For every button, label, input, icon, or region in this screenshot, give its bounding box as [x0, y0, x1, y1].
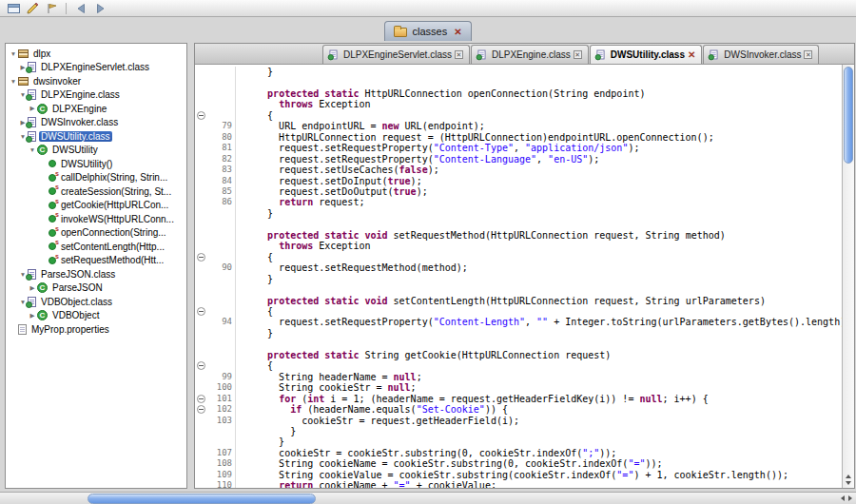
- code-editor[interactable]: } protected static HttpURLConnection ope…: [195, 65, 842, 488]
- line-number: 110: [207, 480, 236, 488]
- static-method-icon: [49, 257, 56, 264]
- code-line: 90 request.setRequestMethod(method);: [195, 262, 842, 273]
- code-text: {: [236, 252, 273, 262]
- tree-item-dlpxengineservlet-class[interactable]: ▶DLPXEngineServlet.class: [6, 61, 186, 75]
- tree-item-calldelphix-string-strin[interactable]: callDelphix(String, Strin...: [6, 171, 186, 185]
- tree-item-parsejson[interactable]: ▶ParseJSON: [6, 281, 186, 296]
- class-file-icon: [28, 269, 36, 280]
- fold-gutter: [195, 143, 207, 153]
- tree-item-invokews-httpurlconn[interactable]: invokeWS(HttpURLConn...: [6, 212, 186, 226]
- tree-item-openconnection-string[interactable]: openConnection(String...: [6, 226, 186, 241]
- window-icon[interactable]: [5, 1, 22, 15]
- ide-window: classes ✕ ▼dlpx▶DLPXEngineServlet.class▼…: [0, 0, 856, 504]
- fold-gutter: [195, 132, 207, 143]
- fold-collapse-icon[interactable]: [195, 110, 207, 121]
- fold-gutter: [195, 176, 207, 186]
- scroll-down-arrow-icon[interactable]: [846, 481, 851, 485]
- tree-item-label: DLPXEngine: [50, 104, 108, 114]
- close-icon[interactable]: ✕: [454, 27, 461, 37]
- tree-item-dlpxengine-class[interactable]: ▼DLPXEngine.class: [6, 88, 186, 103]
- fold-collapse-icon[interactable]: [195, 306, 207, 317]
- fold-gutter: [195, 317, 207, 327]
- class-icon: [37, 310, 48, 320]
- fold-collapse-icon[interactable]: [195, 360, 207, 371]
- tree-item-myprop-properties[interactable]: MyProp.properties: [6, 322, 186, 337]
- line-number: [207, 110, 236, 121]
- code-line: protected static HttpURLConnection openC…: [195, 88, 842, 99]
- editor-tab-dwsinvoker-class[interactable]: DWSInvoker.class✕: [703, 45, 819, 64]
- fold-collapse-icon[interactable]: [195, 404, 207, 415]
- tree-item-label: VDBObject.class: [39, 297, 114, 307]
- code-line: protected static String getCookie(HttpUR…: [195, 350, 842, 360]
- editor-tab-dwsutility-class[interactable]: DWSUtility.class✕: [590, 45, 703, 64]
- tree-item-getcookie-httpurlcon[interactable]: getCookie(HttpURLCon...: [6, 199, 186, 213]
- line-number: 94: [207, 317, 236, 327]
- tree-item-dwsinvoker[interactable]: ▼dwsinvoker: [6, 74, 186, 88]
- code-text: }: [236, 426, 296, 436]
- fold-gutter: [195, 262, 207, 273]
- tree-item-dwsinvoker-class[interactable]: ▶DWSInvoker.class: [6, 116, 186, 130]
- fold-gutter: [195, 77, 207, 87]
- view-tab-label: classes: [412, 26, 447, 37]
- vertical-scrollbar[interactable]: [842, 65, 854, 488]
- close-icon[interactable]: ✕: [455, 50, 463, 59]
- line-number: [207, 306, 236, 317]
- expand-arrow-icon[interactable]: ▶: [28, 312, 37, 320]
- pencil-icon[interactable]: [24, 1, 41, 15]
- expand-arrow-icon[interactable]: ▶: [28, 105, 37, 112]
- scroll-left-arrow-icon[interactable]: [841, 495, 845, 501]
- tree-item-setcontentlength-http[interactable]: setContentLength(Http...: [6, 240, 186, 254]
- tree-item-dlpxengine[interactable]: ▶DLPXEngine: [6, 102, 186, 116]
- editor-tab-dlpxengineservlet-class[interactable]: DLPXEngineServlet.class✕: [322, 45, 470, 64]
- close-icon[interactable]: ✕: [574, 50, 582, 59]
- flag-icon[interactable]: [43, 1, 60, 15]
- fold-collapse-icon[interactable]: [195, 252, 207, 262]
- code-line: 86 return request;: [195, 197, 842, 207]
- code-text: {: [236, 360, 273, 371]
- back-icon[interactable]: [72, 1, 89, 15]
- static-method-icon: [49, 187, 56, 195]
- tree-item-createsession-string-st[interactable]: createSession(String, St...: [6, 184, 186, 199]
- tree-item-setrequestmethod-htt[interactable]: setRequestMethod(Htt...: [6, 254, 186, 268]
- tree-item-dlpx[interactable]: ▼dlpx: [6, 47, 186, 61]
- fold-gutter: [195, 208, 207, 219]
- code-text: }: [236, 208, 273, 219]
- tree-item-label: DWSInvoker.class: [39, 117, 120, 127]
- line-number: 84: [207, 176, 236, 186]
- expand-arrow-icon[interactable]: ▶: [28, 284, 37, 292]
- vertical-scrollbar-thumb[interactable]: [844, 67, 853, 164]
- tree-item-dwsutility[interactable]: DWSUtility(): [6, 157, 186, 171]
- scroll-up-arrow-icon[interactable]: [846, 475, 851, 478]
- tree-item-vdbobject-class[interactable]: ▼VDBObject.class: [6, 295, 186, 309]
- close-icon[interactable]: ✕: [688, 50, 695, 60]
- tree-item-parsejson-class[interactable]: ▼ParseJSON.class: [6, 267, 186, 281]
- line-number: [207, 274, 236, 284]
- tree-item-dwsutility[interactable]: ▼DWSUtility: [6, 144, 186, 158]
- horizontal-scrollbar[interactable]: [0, 492, 856, 504]
- code-text: cookieStr = cookieStr.substring(0, cooki…: [236, 448, 616, 458]
- fold-collapse-icon[interactable]: [195, 394, 207, 404]
- collapse-arrow-icon[interactable]: ▼: [9, 78, 18, 85]
- collapse-arrow-icon[interactable]: ▼: [9, 50, 18, 57]
- tree-item-label: openConnection(String...: [59, 227, 168, 238]
- scroll-right-arrow-icon[interactable]: [848, 495, 852, 501]
- editor-tab-dlpxengine-class[interactable]: DLPXEngine.class✕: [471, 45, 589, 64]
- view-tab-classes[interactable]: classes ✕: [384, 21, 471, 41]
- forward-icon[interactable]: [91, 1, 108, 15]
- line-number: 90: [207, 262, 236, 273]
- horizontal-scrollbar-thumb[interactable]: [88, 494, 316, 504]
- tree-item-label: DWSUtility: [50, 145, 100, 155]
- collapse-arrow-icon[interactable]: ▼: [28, 146, 37, 153]
- line-number: 83: [207, 165, 236, 175]
- tree-item-dwsutility-class[interactable]: ▼DWSUtility.class: [6, 129, 186, 144]
- tree-item-label: setContentLength(Http...: [59, 242, 166, 252]
- close-icon[interactable]: ✕: [804, 50, 812, 59]
- tree-item-label: dwsinvoker: [31, 76, 83, 87]
- tree-item-label: DWSUtility(): [59, 159, 114, 169]
- toolbar-separator: [66, 3, 67, 14]
- tree-item-vdbobject[interactable]: ▶VDBObject: [6, 309, 186, 323]
- class-file-icon: [28, 89, 36, 100]
- code-line: }: [195, 328, 842, 339]
- tree-item-label: MyProp.properties: [29, 324, 111, 335]
- class-file-icon: [28, 117, 36, 127]
